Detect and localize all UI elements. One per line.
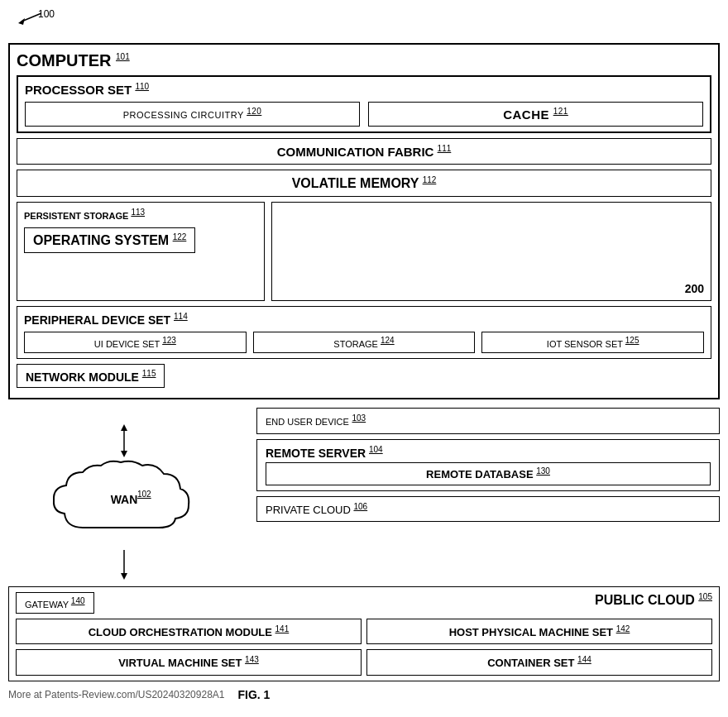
svg-marker-1 <box>18 18 25 25</box>
ref-100-arrow <box>15 10 48 25</box>
container-set-box: CONTAINER SET 144 <box>366 649 712 675</box>
cloud-svg: WAN 102 <box>41 457 207 548</box>
diagram-wrapper: 100 COMPUTER 101 PROCESSOR SET 110 PROCE… <box>8 8 720 701</box>
peripheral-device-box: PERIPHERAL DEVICE SET 114 UI DEVICE SET … <box>17 306 711 358</box>
private-cloud-box: PRIVATE CLOUD 106 <box>256 496 720 522</box>
svg-marker-4 <box>121 451 127 457</box>
svg-text:WAN: WAN <box>111 493 138 506</box>
remote-server-box: REMOTE SERVER 104 REMOTE DATABASE 130 <box>256 439 720 491</box>
footer-url: More at Patents-Review.com/US20240320928… <box>8 689 225 700</box>
network-section: WAN 102 END USER DEVICE 103 <box>8 399 720 581</box>
peripheral-device-title: PERIPHERAL DEVICE SET 114 <box>24 312 704 327</box>
remote-server-title: REMOTE SERVER 104 <box>266 445 711 460</box>
processor-set-title: PROCESSOR SET 110 <box>25 82 703 97</box>
svg-text:102: 102 <box>137 490 151 499</box>
iot-sensor-box: IoT SENSOR SET 125 <box>481 332 704 353</box>
peripheral-row: UI DEVICE SET 123 STORAGE 124 IoT SENSOR… <box>24 332 704 353</box>
svg-marker-3 <box>121 424 127 431</box>
virtual-machine-box: VIRTUAL MACHINE SET 143 <box>16 649 362 675</box>
host-physical-machine-box: HOST PHYSICAL MACHINE SET 142 <box>366 619 712 644</box>
persistent-storage-box: PERSISTENT STORAGE 113 OPERATING SYSTEM … <box>17 202 265 301</box>
volatile-memory-box: VOLATILE MEMORY 112 <box>17 170 711 197</box>
wan-to-network-arrow <box>99 424 149 457</box>
cache-box: CACHE 121 <box>368 102 703 127</box>
remote-database-box: REMOTE DATABASE 130 <box>266 462 711 485</box>
computer-box: COMPUTER 101 PROCESSOR SET 110 PROCESSIN… <box>8 43 720 399</box>
persistent-storage-title: PERSISTENT STORAGE 113 <box>24 208 257 221</box>
ui-device-box: UI DEVICE SET 123 <box>24 332 247 353</box>
processing-circuitry-box: PROCESSING CIRCUITRY 120 <box>25 102 360 127</box>
cloud-orchestration-box: CLOUD ORCHESTRATION MODULE 141 <box>16 619 362 644</box>
svg-line-0 <box>22 13 41 22</box>
os-box: OPERATING SYSTEM 122 <box>24 227 195 253</box>
storage-box: STORAGE 124 <box>253 332 476 353</box>
processor-set-box: PROCESSOR SET 110 PROCESSING CIRCUITRY 1… <box>17 75 711 133</box>
computer-title: COMPUTER 101 <box>17 51 711 70</box>
public-cloud-grid: CLOUD ORCHESTRATION MODULE 141 HOST PHYS… <box>16 619 712 676</box>
public-cloud-title: PUBLIC CLOUD 105 <box>595 592 712 608</box>
svg-marker-8 <box>121 573 127 580</box>
comm-fabric-box: COMMUNICATION FABRIC 111 <box>17 138 711 165</box>
wan-to-gateway-arrow <box>99 548 149 581</box>
end-user-device-box: END USER DEVICE 103 <box>256 408 720 433</box>
wan-area: WAN 102 <box>8 399 240 581</box>
right-panel: 200 <box>271 202 711 301</box>
ref-200: 200 <box>685 282 704 295</box>
footer-fig: FIG. 1 <box>238 688 271 701</box>
storage-row: PERSISTENT STORAGE 113 OPERATING SYSTEM … <box>17 202 711 301</box>
public-cloud-header: GATEWAY 140 PUBLIC CLOUD 105 <box>16 592 712 614</box>
network-module-box: NETWORK MODULE 115 <box>17 364 165 389</box>
public-cloud-section: GATEWAY 140 PUBLIC CLOUD 105 CLOUD ORCHE… <box>8 586 720 681</box>
footer: More at Patents-Review.com/US20240320928… <box>8 688 720 701</box>
wan-cloud: WAN 102 <box>41 457 207 548</box>
gateway-box: GATEWAY 140 <box>16 592 94 614</box>
right-network-boxes: END USER DEVICE 103 REMOTE SERVER 104 RE… <box>240 399 720 522</box>
processor-row: PROCESSING CIRCUITRY 120 CACHE 121 <box>25 102 703 127</box>
network-module-container: NETWORK MODULE 115 <box>17 364 711 392</box>
